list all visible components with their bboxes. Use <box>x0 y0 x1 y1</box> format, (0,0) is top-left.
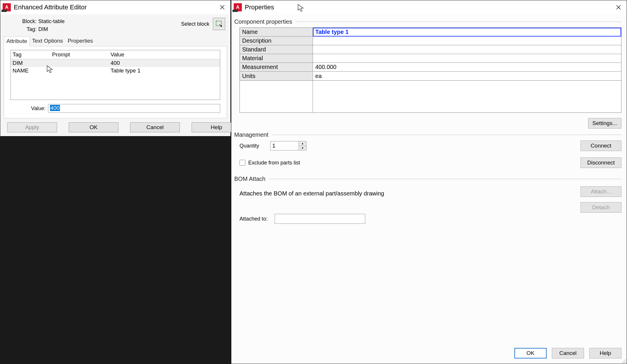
prop-key-description: Description <box>240 37 313 45</box>
property-grid[interactable]: NameTable type 1 Description Standard Ma… <box>240 27 621 81</box>
svg-line-6 <box>623 360 626 363</box>
properties-dialog: Properties Component properties NameTabl… <box>231 0 627 364</box>
app-icon <box>234 3 242 11</box>
prop-key-measurement: Measurement <box>240 63 313 72</box>
prop-val-units[interactable]: ea <box>313 72 621 80</box>
section-bom-attach: BOM Attach <box>234 176 621 182</box>
col-tag: Tag <box>13 51 52 58</box>
detach-button[interactable]: Detach <box>581 202 621 213</box>
svg-line-7 <box>625 362 626 363</box>
attach-button[interactable]: Attach... <box>581 186 621 197</box>
selection-icon <box>215 20 223 28</box>
svg-rect-2 <box>216 21 221 26</box>
tag-label: Tag: <box>4 26 38 32</box>
close-icon <box>220 5 225 10</box>
tab-content: Tag Prompt Value DIM 400 NAME Table type… <box>4 46 227 118</box>
block-value: Static-table <box>38 18 65 25</box>
help-button[interactable]: Help <box>589 348 621 358</box>
dialog-title: Properties <box>245 4 613 11</box>
cancel-button[interactable]: Cancel <box>130 122 180 132</box>
tag-value: DIM <box>38 26 48 32</box>
attribute-editor-dialog: Enhanced Attribute Editor Block: Static-… <box>0 0 231 136</box>
select-block-button[interactable] <box>213 18 225 30</box>
value-input[interactable]: 400 <box>48 104 220 113</box>
apply-button[interactable]: Apply <box>7 122 57 132</box>
bom-description: Attaches the BOM of an external part/ass… <box>240 190 581 197</box>
close-icon <box>616 5 621 10</box>
quantity-label: Quantity <box>240 143 259 149</box>
table-row[interactable]: NAME Table type 1 <box>11 67 220 74</box>
prop-key-standard: Standard <box>240 45 313 54</box>
exclude-checkbox[interactable] <box>240 160 245 166</box>
tab-text-options[interactable]: Text Options <box>30 37 66 46</box>
block-label: Block: <box>4 18 38 25</box>
titlebar: Properties <box>231 0 627 14</box>
col-prompt: Prompt <box>52 51 111 58</box>
attribute-table[interactable]: Tag Prompt Value DIM 400 NAME Table type… <box>11 50 220 100</box>
quantity-stepper[interactable]: ▲ ▼ <box>270 141 306 150</box>
disconnect-button[interactable]: Disconnect <box>581 157 621 168</box>
table-header: Tag Prompt Value <box>11 50 220 59</box>
section-management: Management <box>234 131 621 138</box>
value-label: Value: <box>11 105 48 112</box>
close-button[interactable] <box>216 1 228 13</box>
section-component-properties: Component properties <box>234 18 621 25</box>
ok-button[interactable]: OK <box>69 122 118 132</box>
titlebar: Enhanced Attribute Editor <box>0 0 230 14</box>
quantity-down[interactable]: ▼ <box>299 146 306 150</box>
prop-val-description[interactable] <box>313 37 621 45</box>
app-icon <box>3 3 11 11</box>
property-grid-footer <box>240 81 621 113</box>
cancel-button[interactable]: Cancel <box>552 348 584 358</box>
attached-to-label: Attached to: <box>240 216 268 222</box>
resize-grip[interactable] <box>621 358 626 363</box>
quantity-up[interactable]: ▲ <box>299 141 306 146</box>
prop-key-material: Material <box>240 54 313 63</box>
quantity-input[interactable] <box>271 141 299 150</box>
ok-button[interactable]: OK <box>514 348 547 358</box>
tab-attribute[interactable]: Attribute <box>4 37 30 46</box>
prop-val-standard[interactable] <box>313 45 621 54</box>
col-value: Value <box>111 51 160 58</box>
close-button[interactable] <box>613 1 624 13</box>
settings-button[interactable]: Settings... <box>588 118 622 129</box>
connect-button[interactable]: Connect <box>581 141 621 151</box>
table-row[interactable]: DIM 400 <box>11 59 220 67</box>
prop-val-name[interactable]: Table type 1 <box>313 28 621 37</box>
attached-to-input[interactable] <box>275 214 365 224</box>
select-block-label: Select block <box>181 21 209 27</box>
prop-val-material[interactable] <box>313 54 621 63</box>
tab-properties[interactable]: Properties <box>65 37 95 46</box>
prop-key-units: Units <box>240 72 313 80</box>
tab-strip: Attribute Text Options Properties <box>4 37 227 46</box>
prop-key-name: Name <box>240 28 313 37</box>
dialog-title: Enhanced Attribute Editor <box>14 4 216 11</box>
prop-val-measurement[interactable]: 400.000 <box>313 63 621 72</box>
exclude-label: Exclude from parts list <box>248 160 300 166</box>
